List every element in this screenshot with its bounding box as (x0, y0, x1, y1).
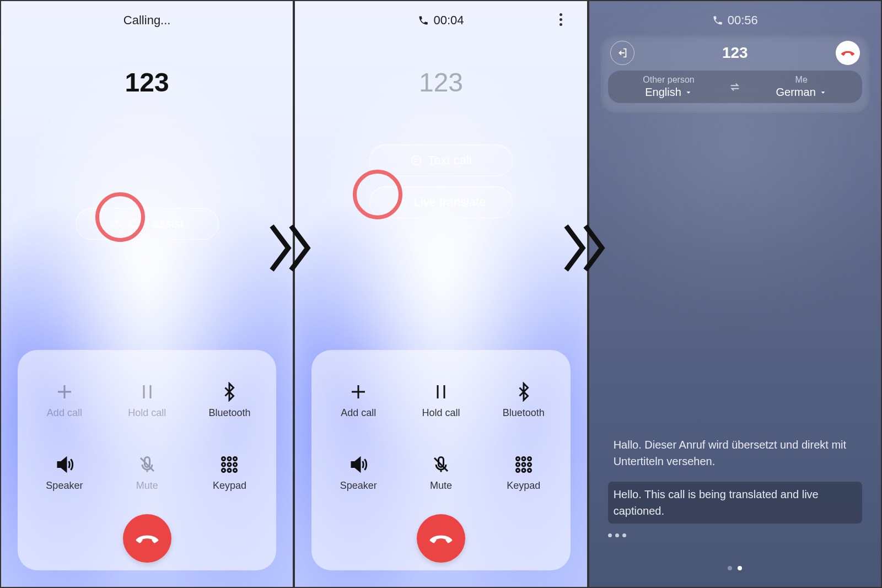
hold-call-label: Hold call (422, 407, 460, 419)
pager-dot-active (738, 566, 742, 570)
sparkle-icon (396, 196, 408, 208)
more-menu-button[interactable] (554, 12, 568, 26)
svg-point-12 (516, 457, 519, 460)
phone-number: 123 (295, 67, 587, 98)
typing-indicator (608, 533, 862, 537)
bluetooth-label: Bluetooth (503, 407, 545, 419)
live-translate-button[interactable]: Live translate (369, 186, 513, 218)
call-timer: 00:04 (433, 13, 464, 28)
plus-icon (347, 381, 369, 403)
screen-live-translate: 00:56 123 Other person English (588, 0, 882, 588)
svg-point-3 (234, 457, 237, 460)
keypad-label: Keypad (507, 480, 540, 492)
bluetooth-icon (218, 381, 240, 403)
chevron-down-icon (819, 89, 827, 96)
keypad-button[interactable]: Keypad (482, 454, 565, 492)
me-label: Me (795, 75, 808, 85)
end-call-button[interactable] (123, 514, 171, 563)
mute-icon (136, 454, 158, 476)
svg-point-18 (516, 468, 519, 472)
hold-call-button[interactable]: Hold call (106, 381, 189, 419)
phone-icon (712, 15, 723, 26)
chevron-down-icon (685, 89, 692, 96)
svg-point-1 (222, 457, 225, 460)
text-call-button[interactable]: Text call (369, 144, 513, 176)
bluetooth-button[interactable]: Bluetooth (189, 381, 271, 419)
other-person-label: Other person (643, 75, 694, 85)
language-selector: Other person English Me German (608, 71, 862, 103)
calling-status: Calling... (123, 13, 171, 28)
sparkle-icon (111, 218, 123, 230)
status-bar: 00:56 (589, 13, 881, 28)
bluetooth-icon (513, 381, 535, 403)
pause-icon (430, 381, 452, 403)
other-language-value: English (645, 86, 681, 99)
svg-point-10 (412, 156, 421, 165)
svg-point-14 (528, 457, 531, 460)
end-call-button[interactable] (417, 514, 465, 563)
status-bar: 00:04 (295, 13, 587, 28)
svg-point-17 (528, 463, 531, 466)
svg-point-13 (522, 457, 525, 460)
phone-number: 123 (1, 67, 293, 98)
speaker-icon (53, 454, 76, 476)
speaker-button[interactable]: Speaker (317, 454, 400, 492)
mute-button[interactable]: Mute (400, 454, 482, 492)
text-call-label: Text call (428, 153, 471, 168)
phone-icon (418, 15, 429, 26)
svg-point-2 (228, 457, 231, 460)
speaker-icon (347, 454, 369, 476)
svg-point-9 (234, 468, 237, 472)
hold-call-button[interactable]: Hold call (400, 381, 482, 419)
add-call-button[interactable]: Add call (317, 381, 400, 419)
phone-hangup-icon (429, 526, 453, 551)
speaker-label: Speaker (46, 480, 83, 492)
svg-point-6 (234, 463, 237, 466)
exit-icon (616, 47, 628, 59)
mute-icon (430, 454, 452, 476)
keypad-button[interactable]: Keypad (189, 454, 271, 492)
keypad-icon (218, 454, 240, 476)
other-language-select[interactable]: Other person English (614, 75, 724, 99)
end-call-button[interactable] (836, 41, 860, 65)
mute-button[interactable]: Mute (106, 454, 189, 492)
bluetooth-label: Bluetooth (208, 407, 250, 419)
phone-hangup-icon (841, 46, 855, 60)
svg-point-4 (222, 463, 225, 466)
screen-in-call: 00:04 123 Text call Live translate Add c… (294, 0, 588, 588)
svg-point-19 (522, 468, 525, 472)
transcript-original: Hallo. Dieser Anruf wird übersetzt und d… (608, 432, 862, 474)
screen-calling: Calling... 123 Call assist Add call Hold… (0, 0, 294, 588)
svg-point-8 (228, 468, 231, 472)
swap-languages-button[interactable] (724, 81, 746, 93)
svg-point-7 (222, 468, 225, 472)
call-timer: 00:56 (728, 13, 758, 28)
me-language-value: German (776, 86, 816, 99)
keypad-label: Keypad (213, 480, 246, 492)
pager-dot (728, 566, 732, 570)
call-controls-panel: Add call Hold call Bluetooth Speaker Mut… (18, 350, 276, 570)
call-assist-button[interactable]: Call assist (76, 208, 219, 240)
live-translate-label: Live translate (414, 195, 486, 209)
mute-label: Mute (430, 480, 452, 492)
swap-icon (729, 81, 741, 93)
status-bar: Calling... (1, 13, 293, 28)
add-call-button[interactable]: Add call (23, 381, 106, 419)
me-language-select[interactable]: Me German (746, 75, 857, 99)
collapse-button[interactable] (610, 41, 634, 65)
call-controls-panel: Add call Hold call Bluetooth Speaker Mut… (311, 350, 570, 570)
translate-header-card: 123 Other person English Me (600, 34, 870, 113)
hold-call-label: Hold call (128, 407, 166, 419)
svg-point-15 (516, 463, 519, 466)
add-call-label: Add call (341, 407, 376, 419)
phone-number: 123 (722, 44, 748, 62)
call-assist-label: Call assist (128, 217, 184, 231)
speaker-button[interactable]: Speaker (23, 454, 106, 492)
text-call-icon (410, 154, 422, 166)
phone-hangup-icon (135, 526, 159, 551)
plus-icon (53, 381, 76, 403)
bluetooth-button[interactable]: Bluetooth (482, 381, 565, 419)
transcript-area: Hallo. Dieser Anruf wird übersetzt und d… (608, 424, 862, 537)
add-call-label: Add call (47, 407, 82, 419)
speaker-label: Speaker (340, 480, 377, 492)
